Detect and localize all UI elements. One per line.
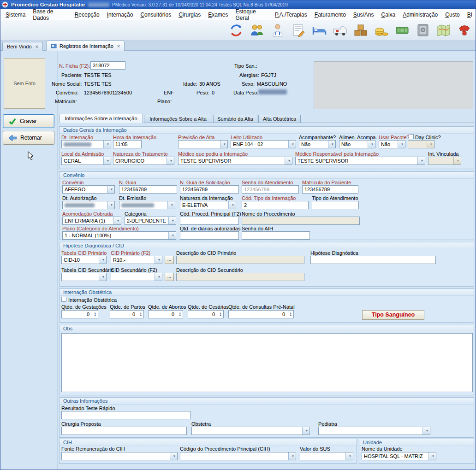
tab-informacoes-alta[interactable]: Informações Sobre a Alta (144, 115, 212, 123)
menu-item-sus-ans[interactable]: Sus/Ans (350, 10, 378, 19)
acompanhante-combo[interactable]: Não (299, 140, 336, 148)
nome-social-label: Nome Social: (52, 81, 82, 87)
tab-alta-obstetrica[interactable]: Alta Obstétrica (258, 115, 301, 123)
ambulance-icon[interactable] (331, 22, 349, 39)
tipo-atendimento-field[interactable] (312, 201, 359, 209)
alimen-combo[interactable]: Não (339, 140, 375, 148)
menu-item-bi[interactable]: BI (464, 10, 476, 19)
ficha-field[interactable]: 318072 (90, 61, 125, 70)
desc-cid-secundario-label: Descrição do CID Secundário (176, 267, 243, 273)
acomodacao-combo[interactable]: ENFERMARIA (1) (62, 217, 121, 225)
doctor-icon[interactable] (269, 22, 286, 39)
bed-icon[interactable] (310, 22, 328, 39)
prescription-icon[interactable] (290, 22, 307, 39)
categoria-combo[interactable]: 2-DEPENDENTE (125, 217, 176, 225)
cod-proced-field[interactable] (180, 217, 239, 225)
medico-pediu-combo[interactable]: TESTE SUPERVISOR (178, 157, 292, 165)
pediatra-combo[interactable] (318, 427, 430, 435)
menu-item-administracao[interactable]: Administração (399, 10, 441, 19)
return-button[interactable]: Retornar (3, 131, 54, 145)
tab-bem-vindo[interactable]: Bem Vindo × (2, 42, 43, 51)
convenio-combo[interactable]: AFFEGO (62, 185, 115, 194)
medico-pediu-label: Médico que pediu a Internação (178, 151, 248, 157)
medico-responsavel-combo[interactable]: TESTE SUPERVISOR (295, 157, 425, 165)
patients-icon[interactable] (248, 22, 266, 39)
group-header: Unidade (359, 439, 474, 446)
paciente-value: TESTE TES (84, 72, 112, 78)
acomodacao-label: Acomodação Cobrada (62, 211, 113, 217)
hipotese-field[interactable] (310, 256, 436, 264)
menu-item-recepcao[interactable]: Recepção (71, 10, 103, 19)
tab-registros-internacao[interactable]: Registros de Internação × (46, 41, 125, 51)
gestacoes-stepper[interactable]: 0 (61, 310, 98, 318)
menu-item-cirurgias[interactable]: Cirurgias (175, 10, 204, 19)
dt-emissao-combo[interactable] (119, 201, 175, 209)
phone-icon[interactable] (456, 22, 473, 39)
usar-pacote-combo[interactable]: Não (379, 140, 405, 148)
close-icon[interactable]: × (35, 44, 38, 49)
cesarias-stepper[interactable]: 0 (188, 310, 224, 318)
sync-patients-icon[interactable] (227, 22, 245, 39)
group-title: CIH (60, 439, 357, 446)
menu-item-pa-terapias[interactable]: P.A./Terapias (271, 10, 311, 19)
tabela-cid-primario-combo[interactable]: CID-10 (61, 256, 107, 264)
safe-icon[interactable] (414, 22, 432, 39)
abortos-stepper[interactable]: 0 (148, 310, 183, 318)
menu-item-internacao[interactable]: Internação (103, 10, 137, 19)
map-icon[interactable] (435, 22, 452, 39)
resultado-teste-rapido-label: Resultado Teste Rápido (61, 405, 115, 411)
cid-secundario-combo[interactable] (111, 273, 162, 281)
menu-item-exames[interactable]: Exames (204, 10, 232, 19)
menu-item-consultorios[interactable]: Consultórios (137, 10, 175, 19)
tab-informacoes-internacao[interactable]: Informações Sobre a Internação (59, 114, 143, 123)
save-button[interactable]: Gravar (3, 114, 54, 128)
obstetra-combo[interactable] (191, 427, 310, 435)
dt-autorizacao-combo[interactable] (62, 201, 115, 209)
qtd-diarias-field[interactable] (180, 231, 239, 240)
cash-icon[interactable] (393, 22, 411, 39)
patient-photo-placeholder: Sem Foto (4, 58, 45, 109)
cid-primario-combo[interactable]: R10.- (111, 256, 162, 264)
cod-tipo-internacao-field[interactable]: 2 (242, 201, 309, 209)
local-admissao-combo[interactable]: GERAL (61, 157, 111, 165)
fonte-remuneracao-combo[interactable] (61, 452, 178, 460)
resultado-teste-rapido-field[interactable] (61, 411, 190, 419)
tabela-cid-secundario-combo[interactable] (61, 273, 107, 281)
cid-secundario-browse-button[interactable]: ... (165, 273, 174, 281)
consultas-prenatal-stepper[interactable]: 0 (228, 310, 294, 318)
previsao-alta-combo[interactable] (178, 140, 228, 148)
menu-item-caixa[interactable]: Caixa (378, 10, 399, 19)
natureza-internacao-combo[interactable]: E-ELETIVA (180, 201, 236, 209)
menu-item-custo[interactable]: Custo (441, 10, 463, 19)
obs-textarea[interactable] (61, 333, 473, 392)
menu-item-faturamento[interactable]: Faturamento (311, 10, 350, 19)
tipo-sanguineo-button[interactable]: Tipo Sanguíneo (362, 310, 424, 320)
codigo-procedimento-cih-combo[interactable] (180, 452, 296, 460)
nome-unidade-combo[interactable]: HOSPITAL SQL - MATRIZ (362, 452, 436, 460)
partos-stepper[interactable]: 0 (110, 310, 144, 318)
nome-procedimento-field (242, 217, 360, 225)
stock-icon[interactable] (352, 22, 369, 39)
senha-aih-field[interactable] (242, 231, 310, 240)
n-guia-solicitacao-field[interactable]: 123456789 (180, 185, 239, 194)
leito-combo[interactable]: ENF 104 - 02 (231, 140, 296, 148)
cirurgia-proposta-field[interactable] (61, 427, 187, 435)
dt-internacao-combo[interactable] (61, 140, 111, 148)
matricula-paciente-field[interactable]: 123456789 (302, 185, 358, 194)
hora-internacao-field[interactable]: 11:05 (113, 140, 142, 148)
cid-primario-browse-button[interactable]: ... (165, 256, 174, 264)
tab-sumario-alta[interactable]: Sumário da Alta (213, 115, 257, 123)
local-admissao-label: Local da Admissão (61, 151, 104, 157)
day-clinic-checkbox[interactable] (409, 134, 414, 139)
abortos-label: Qtde. de Abortos (148, 304, 186, 310)
internacao-obstetrica-checkbox[interactable] (61, 297, 66, 302)
close-icon[interactable]: × (116, 43, 120, 49)
mouse-cursor (28, 151, 34, 160)
plano-categoria-combo[interactable]: 1 - NORMAL (100%) (62, 231, 176, 240)
valor-sus-combo[interactable] (300, 452, 353, 460)
billing-icon[interactable] (373, 22, 390, 39)
n-guia-field[interactable]: 123456789 (119, 185, 177, 194)
menu-item-sistema[interactable]: Sistema (2, 10, 29, 19)
day-clinic-label: Day Clinic? (415, 135, 441, 140)
natureza-tratamento-combo[interactable]: CIRURGICO (113, 157, 174, 165)
